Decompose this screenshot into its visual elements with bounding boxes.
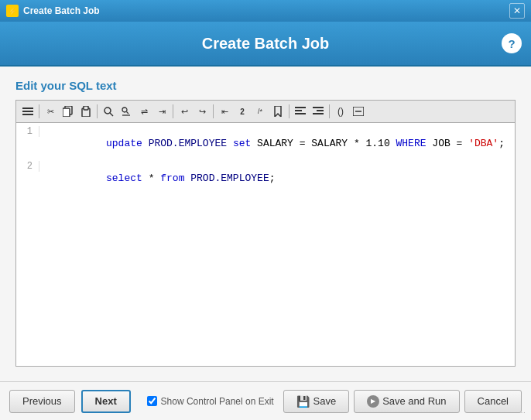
save-and-run-button[interactable]: ▶ Save and Run [354, 390, 459, 413]
svg-rect-17 [313, 113, 324, 114]
resize-grip: ⋯ [518, 408, 526, 417]
sep5 [289, 104, 289, 118]
sql-line-1: 1 update PROD.EMPLOYEE set SALARY = SALA… [16, 126, 515, 161]
line-code-1: update PROD.EMPLOYEE set SALARY = SALARY… [46, 126, 505, 161]
help-button[interactable]: ? [502, 33, 522, 53]
svg-line-8 [110, 113, 113, 116]
sep2 [97, 104, 98, 118]
sql-content-area[interactable]: 1 update PROD.EMPLOYEE set SALARY = SALA… [16, 123, 515, 366]
save-run-label: Save and Run [382, 395, 446, 407]
sql-toolbar: ✂ ⇌ ⇥ ↩ ↪ [16, 101, 515, 123]
save-label: Save [313, 395, 336, 407]
alignleft-toolbar-btn[interactable] [292, 103, 309, 120]
blockcomment-toolbar-btn[interactable]: /* [252, 103, 269, 120]
svg-line-10 [127, 112, 129, 114]
undo-toolbar-btn[interactable]: ↩ [176, 103, 193, 120]
previous-button[interactable]: Previous [9, 390, 75, 413]
copy-toolbar-btn[interactable] [60, 103, 77, 120]
show-control-panel-area: Show Control Panel on Exit [143, 396, 278, 407]
sep1 [39, 104, 39, 118]
line-number-2: 2 [16, 161, 39, 172]
sql-editor-container: ✂ ⇌ ⇥ ↩ ↪ [15, 100, 516, 367]
paste-toolbar-btn[interactable] [77, 103, 94, 120]
bookmark-toolbar-btn[interactable] [269, 103, 286, 120]
find-toolbar-btn[interactable] [100, 103, 117, 120]
cut-toolbar-btn[interactable]: ✂ [42, 103, 59, 120]
cancel-button[interactable]: Cancel [464, 390, 522, 413]
collapse-toolbar-btn[interactable] [350, 103, 367, 120]
save-button[interactable]: 💾 Save [283, 390, 349, 413]
line-code-2: select * from PROD.EMPLOYEE; [46, 161, 276, 196]
parens-toolbar-btn[interactable]: () [332, 103, 349, 120]
redo-toolbar-btn[interactable]: ↪ [194, 103, 211, 120]
findreplace-toolbar-btn[interactable] [118, 103, 135, 120]
dialog-header: Create Batch Job ? [0, 22, 531, 67]
sep3 [173, 104, 173, 118]
svg-rect-4 [63, 108, 70, 117]
svg-rect-13 [295, 110, 302, 111]
indent-toolbar-btn[interactable]: ⇥ [153, 103, 170, 120]
alignright-toolbar-btn[interactable] [310, 103, 327, 120]
show-control-panel-checkbox[interactable] [147, 396, 157, 406]
save-disk-icon: 💾 [296, 395, 310, 408]
save-run-icon: ▶ [367, 395, 379, 408]
comment-toolbar-btn[interactable]: 2 [234, 103, 251, 120]
app-icon: ⚡ [6, 5, 19, 17]
sep6 [329, 104, 330, 118]
show-control-panel-label: Show Control Panel on Exit [161, 396, 274, 407]
dialog-body: Edit your SQL text ✂ [0, 67, 531, 381]
next-button[interactable]: Next [81, 390, 131, 413]
svg-rect-12 [295, 107, 306, 108]
svg-rect-14 [295, 113, 306, 114]
menu-toolbar-btn[interactable] [19, 103, 36, 120]
svg-rect-15 [313, 107, 324, 108]
dialog-header-title: Create Batch Job [202, 35, 330, 53]
line-number-1: 1 [16, 126, 39, 137]
title-bar-left: ⚡ Create Batch Job [6, 5, 100, 17]
title-bar-text: Create Batch Job [23, 5, 100, 16]
title-bar: ⚡ Create Batch Job ✕ [0, 0, 531, 22]
svg-rect-6 [84, 106, 88, 110]
sql-line-2: 2 select * from PROD.EMPLOYEE; [16, 161, 515, 196]
svg-point-7 [104, 108, 111, 114]
footer-right: 💾 Save ▶ Save and Run Cancel [283, 390, 522, 413]
sep4 [213, 104, 214, 118]
section-title: Edit your SQL text [15, 79, 516, 92]
close-button[interactable]: ✕ [509, 3, 525, 19]
svg-rect-2 [22, 114, 33, 115]
svg-rect-0 [22, 108, 33, 109]
svg-point-9 [122, 108, 127, 112]
svg-rect-16 [317, 110, 324, 111]
outdent-toolbar-btn[interactable]: ⇤ [216, 103, 233, 120]
svg-rect-1 [22, 111, 33, 112]
wrap-toolbar-btn[interactable]: ⇌ [135, 103, 152, 120]
dialog-footer: Previous Next Show Control Panel on Exit… [0, 381, 531, 420]
